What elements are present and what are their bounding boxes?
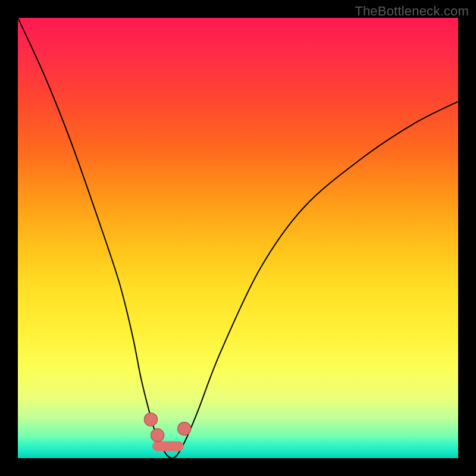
bottleneck-curve bbox=[18, 18, 458, 458]
bottleneck-curve-svg bbox=[18, 18, 458, 458]
valley-marker-1 bbox=[151, 429, 164, 442]
marker-group bbox=[144, 413, 190, 442]
valley-marker-0 bbox=[144, 413, 157, 426]
valley-marker-2 bbox=[178, 422, 191, 435]
watermark-text: TheBottleneck.com bbox=[355, 4, 469, 19]
chart-frame: TheBottleneck.com bbox=[0, 0, 476, 476]
plot-area bbox=[18, 18, 458, 458]
